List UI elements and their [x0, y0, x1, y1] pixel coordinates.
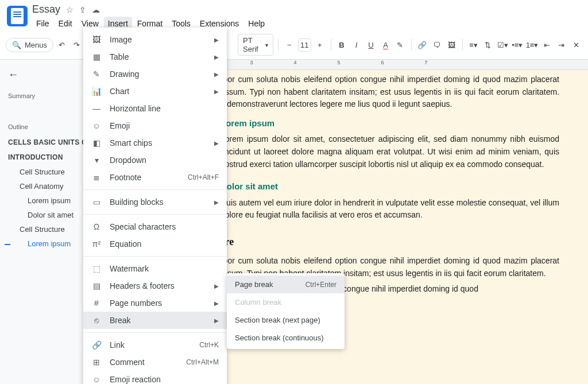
star-icon[interactable]: ☆	[66, 5, 74, 14]
menu-item-building-blocks[interactable]: ▭Building blocks▶	[83, 193, 227, 211]
chevron-right-icon: ▶	[214, 37, 219, 43]
menu-item-icon: —	[91, 104, 102, 113]
clear-formatting-button[interactable]: ✕	[570, 37, 582, 53]
menu-item-icon: 🖼	[91, 35, 102, 44]
menu-item-link[interactable]: 🔗LinkCtrl+K	[83, 336, 227, 354]
text-color-button[interactable]: A	[380, 37, 392, 53]
ruler-tick: 7	[404, 60, 448, 69]
chevron-right-icon: ▶	[214, 300, 219, 307]
menu-help[interactable]: Help	[244, 17, 269, 30]
list-heading[interactable]: Dolor sit amet	[220, 180, 559, 193]
menu-item-watermark[interactable]: ⬚Watermark	[83, 260, 227, 277]
menu-item-label: Table	[110, 52, 206, 61]
chevron-right-icon: ▶	[214, 71, 219, 77]
menu-item-image[interactable]: 🖼Image▶	[83, 31, 227, 48]
insert-menu-dropdown: 🖼Image▶▦Table▶✎Drawing▶📊Chart▶—Horizonta…	[83, 28, 227, 384]
submenu-item-page-break[interactable]: Page breakCtrl+Enter	[227, 276, 345, 293]
submenu-item-section-break-next-page-[interactable]: Section break (next page)	[227, 311, 345, 329]
redo-button[interactable]: ↷	[71, 37, 83, 53]
insert-comment-button[interactable]: 🗨	[431, 37, 443, 53]
cloud-status-icon[interactable]: ☁	[92, 5, 100, 14]
menu-item-headers-footers[interactable]: ▤Headers & footers▶	[83, 277, 227, 294]
menu-item-label: Watermark	[110, 264, 219, 273]
heading-3[interactable]: Cell Structure	[171, 234, 559, 250]
menu-item-label: Horizontal line	[110, 104, 219, 113]
font-family-select[interactable]: PT Serif▾	[238, 34, 273, 56]
underline-button[interactable]: U	[365, 37, 377, 53]
move-icon[interactable]: ⇪	[79, 5, 86, 14]
menu-item-special-characters[interactable]: ΩSpecial characters	[83, 218, 227, 235]
menu-item-horizontal-line[interactable]: —Horizontal line	[83, 100, 227, 117]
menu-item-equation[interactable]: π²Equation	[83, 235, 227, 253]
app-header: Essay ☆ ⇪ ☁ FileEditViewInsertFormatTool…	[0, 0, 588, 30]
menu-file[interactable]: File	[32, 17, 53, 30]
italic-button[interactable]: I	[350, 37, 362, 53]
menu-item-drawing[interactable]: ✎Drawing▶	[83, 65, 227, 83]
insert-link-button[interactable]: 🔗	[416, 37, 428, 53]
menu-item-icon: π²	[91, 239, 102, 249]
menu-item-icon: ▾	[91, 156, 102, 165]
menu-item-label: Drawing	[110, 69, 206, 79]
paragraph[interactable]: Lorem ipsum dolor sit amet, consectetuer…	[220, 133, 559, 170]
submenu-item-section-break-continuous-[interactable]: Section break (continuous)	[227, 329, 345, 347]
bulleted-list-button[interactable]: •≡▾	[511, 37, 523, 53]
menu-separator	[83, 214, 227, 215]
increase-indent-button[interactable]: ⇥	[555, 37, 567, 53]
menu-item-footnote[interactable]: ≣FootnoteCtrl+Alt+F	[83, 169, 227, 186]
menu-item-label: Smart chips	[110, 138, 206, 148]
menu-item-icon: Ω	[91, 222, 102, 231]
menu-item-break[interactable]: ⎋Break▶	[83, 312, 227, 329]
menu-item-label: Link	[110, 340, 191, 350]
menu-item-label: Dropdown	[110, 156, 219, 165]
line-spacing-button[interactable]: ⇅	[482, 37, 494, 53]
checklist-button[interactable]: ☑▾	[497, 37, 509, 53]
list-heading[interactable]: Lorem ipsum	[220, 117, 559, 130]
menu-item-dropdown[interactable]: ▾Dropdown	[83, 152, 227, 169]
decrease-font-button[interactable]: −	[283, 37, 295, 53]
paragraph[interactable]: Nam liber tempor cum soluta nobis eleife…	[171, 73, 559, 111]
menu-item-smart-chips[interactable]: ◧Smart chips▶	[83, 134, 227, 152]
font-family-label: PT Serif	[243, 36, 262, 53]
menu-item-icon: ◧	[91, 138, 102, 148]
insert-image-button[interactable]: 🖼	[445, 37, 457, 53]
menu-item-emoji-reaction[interactable]: ☺Emoji reaction	[83, 371, 227, 384]
menu-separator	[83, 332, 227, 333]
paragraph[interactable]: Duis autem vel eum iriure dolor in hendr…	[220, 197, 559, 222]
menu-item-label: Footnote	[110, 173, 180, 182]
font-size-input[interactable]: 11	[298, 38, 311, 52]
decrease-indent-button[interactable]: ⇤	[540, 37, 552, 53]
menu-item-icon: ▦	[91, 52, 102, 61]
submenu-item-label: Column break	[235, 298, 336, 307]
chevron-right-icon: ▶	[214, 199, 219, 205]
docs-logo[interactable]	[7, 6, 28, 26]
menu-item-table[interactable]: ▦Table▶	[83, 48, 227, 65]
menu-item-page-numbers[interactable]: #Page numbers▶	[83, 294, 227, 312]
menu-item-label: Building blocks	[110, 197, 206, 207]
undo-button[interactable]: ↶	[56, 37, 68, 53]
highlight-button[interactable]: ✎	[394, 37, 406, 53]
chevron-right-icon: ▶	[214, 317, 219, 324]
align-button[interactable]: ≡▾	[467, 37, 479, 53]
menu-item-comment[interactable]: ⊞CommentCtrl+Alt+M	[83, 354, 227, 371]
chevron-right-icon: ▶	[214, 140, 219, 146]
ruler-tick: 4	[273, 60, 317, 69]
increase-font-button[interactable]: +	[314, 37, 326, 53]
ruler-tick: 5	[317, 60, 361, 69]
search-menus[interactable]: 🔍Menus	[6, 38, 53, 52]
menu-item-icon: ▤	[91, 281, 102, 290]
menu-item-shortcut: Ctrl+Alt+M	[186, 358, 219, 366]
menu-item-label: Image	[110, 35, 206, 44]
chevron-right-icon: ▶	[214, 283, 219, 289]
menu-item-emoji[interactable]: ☺Emoji	[83, 117, 227, 134]
chevron-right-icon: ▶	[214, 54, 219, 60]
menu-item-shortcut: Ctrl+K	[199, 341, 219, 349]
menu-item-icon: 📊	[91, 87, 102, 96]
menu-edit[interactable]: Edit	[55, 17, 76, 30]
chevron-right-icon: ▶	[214, 88, 219, 95]
menu-item-chart[interactable]: 📊Chart▶	[83, 83, 227, 100]
numbered-list-button[interactable]: 1≡▾	[526, 37, 539, 53]
menu-item-icon: 🔗	[91, 340, 102, 350]
bold-button[interactable]: B	[335, 37, 347, 53]
document-title[interactable]: Essay	[32, 3, 60, 15]
break-submenu: Page breakCtrl+EnterColumn breakSection …	[227, 273, 345, 349]
